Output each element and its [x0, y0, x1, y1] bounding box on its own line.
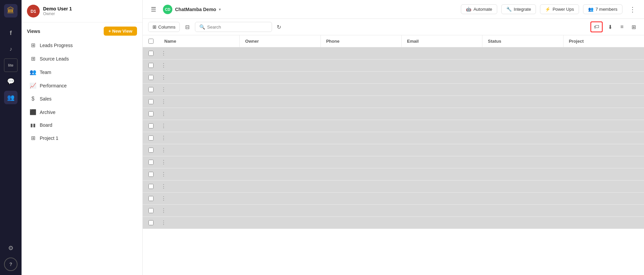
- sidebar-item-project-1[interactable]: ⊞ Project 1: [24, 131, 140, 145]
- row-menu-button[interactable]: ⋮: [159, 50, 168, 56]
- row-checkbox[interactable]: [148, 51, 154, 56]
- row-menu-button[interactable]: ⋮: [159, 195, 168, 202]
- row-cell-project: [565, 50, 644, 57]
- select-all-checkbox[interactable]: [148, 39, 154, 44]
- row-cell-email: [406, 99, 486, 105]
- sidebar-item-source-leads[interactable]: ⊞ Source Leads: [24, 52, 140, 65]
- row-checkbox[interactable]: [148, 220, 154, 225]
- sidebar-item-performance[interactable]: 📈 Performance: [24, 79, 140, 92]
- row-menu-button[interactable]: ⋮: [159, 135, 168, 141]
- row-cell-owner: [248, 123, 327, 129]
- row-checkbox[interactable]: [148, 172, 154, 177]
- row-cell-project: [565, 135, 644, 142]
- column-header-phone: Phone: [321, 35, 402, 47]
- facebook-icon[interactable]: f: [4, 26, 18, 40]
- whatsapp-icon[interactable]: 💬: [4, 75, 18, 88]
- row-cell-status: [485, 62, 565, 69]
- row-cell-status: [485, 220, 565, 226]
- sidebar-item-label: Archive: [40, 110, 56, 115]
- sidebar-item-archive[interactable]: ⬛ Archive: [24, 106, 140, 119]
- row-checkbox-cell: [143, 205, 159, 217]
- row-cell-email: [406, 111, 486, 117]
- download-button[interactable]: ⬇: [605, 22, 615, 32]
- columns-button[interactable]: ⊞ Columns: [148, 22, 180, 32]
- table-row: ⋮: [143, 132, 644, 144]
- row-cell-phone: [327, 62, 406, 69]
- filter-icon: ⊟: [185, 24, 190, 30]
- grid-view-button[interactable]: ⊞: [629, 22, 639, 32]
- row-cell-phone: [327, 50, 406, 57]
- row-cell-project: [565, 74, 644, 81]
- row-checkbox[interactable]: [148, 196, 154, 201]
- row-cell-status: [485, 159, 565, 166]
- row-checkbox[interactable]: [148, 63, 154, 68]
- row-menu-button[interactable]: ⋮: [159, 220, 168, 226]
- row-menu-button[interactable]: ⋮: [159, 159, 168, 165]
- help-icon[interactable]: ?: [4, 258, 18, 271]
- row-cell-email: [406, 74, 486, 81]
- row-menu-button[interactable]: ⋮: [159, 99, 168, 105]
- row-menu-button[interactable]: ⋮: [159, 123, 168, 129]
- row-checkbox[interactable]: [148, 160, 154, 165]
- row-menu-button[interactable]: ⋮: [159, 62, 168, 69]
- sidebar-item-label: Leads Progress: [40, 43, 73, 48]
- power-ups-button[interactable]: ⚡ Power Ups: [540, 4, 579, 14]
- row-cell-phone: [327, 111, 406, 117]
- sidebar-item-board[interactable]: ▮▮ Board: [24, 119, 140, 131]
- row-menu-button[interactable]: ⋮: [159, 74, 168, 81]
- row-menu-button[interactable]: ⋮: [159, 147, 168, 153]
- row-checkbox[interactable]: [148, 148, 154, 153]
- board-icon: ▮▮: [30, 122, 36, 128]
- row-cell-project: [565, 62, 644, 69]
- integrate-button[interactable]: 🔧 Integrate: [501, 4, 536, 14]
- refresh-button[interactable]: ↻: [275, 22, 283, 32]
- row-checkbox[interactable]: [148, 208, 154, 213]
- logo-icon[interactable]: 🏛: [4, 4, 18, 17]
- row-cell-owner: [248, 183, 327, 190]
- row-cell-status: [485, 147, 565, 154]
- row-checkbox[interactable]: [148, 75, 154, 80]
- sidebar-item-label: Team: [40, 70, 51, 75]
- table-row: ⋮: [143, 193, 644, 205]
- hamburger-button[interactable]: ☰: [148, 4, 159, 14]
- row-checkbox[interactable]: [148, 184, 154, 189]
- sidebar-item-team[interactable]: 👥 Team: [24, 66, 140, 79]
- automate-button[interactable]: 🤖 Automate: [461, 4, 497, 14]
- row-checkbox[interactable]: [148, 99, 154, 104]
- row-cell-phone: [327, 220, 406, 226]
- row-checkbox-cell: [143, 60, 159, 71]
- row-menu-button[interactable]: ⋮: [159, 111, 168, 117]
- row-checkbox[interactable]: [148, 135, 154, 141]
- column-header-name: Name: [159, 35, 240, 47]
- row-cell-project: [565, 99, 644, 105]
- highlighted-view-button[interactable]: 🏷: [590, 22, 603, 32]
- row-menu-button[interactable]: ⋮: [159, 207, 168, 214]
- workspace-selector[interactable]: CD ChatMamba Demo ▾: [163, 5, 221, 14]
- new-view-button[interactable]: + New View: [104, 27, 137, 36]
- row-checkbox[interactable]: [148, 87, 154, 92]
- row-cell-phone: [327, 159, 406, 166]
- list-view-button[interactable]: ≡: [618, 22, 626, 32]
- tiktok-icon[interactable]: ♪: [4, 42, 18, 56]
- row-cell-owner: [248, 135, 327, 142]
- search-input[interactable]: [207, 25, 268, 30]
- row-checkbox[interactable]: [148, 111, 154, 116]
- row-menu-button[interactable]: ⋮: [159, 171, 168, 178]
- members-button[interactable]: 👥 7 members: [583, 4, 622, 14]
- sidebar-item-leads-progress[interactable]: ⊞ Leads Progress: [24, 39, 140, 52]
- people-icon[interactable]: 👥: [4, 91, 18, 104]
- row-cell-status: [485, 123, 565, 129]
- filter-button[interactable]: ⊟: [182, 22, 192, 32]
- row-checkbox[interactable]: [148, 123, 154, 128]
- row-menu-button[interactable]: ⋮: [159, 183, 168, 190]
- row-cell-name: [168, 99, 248, 105]
- row-cell-phone: [327, 207, 406, 214]
- row-cell-status: [485, 135, 565, 142]
- settings-icon[interactable]: ⚙: [4, 241, 18, 255]
- workspace-name: ChatMamba Demo: [175, 7, 216, 12]
- more-options-button[interactable]: ⋮: [626, 4, 639, 15]
- row-menu-button[interactable]: ⋮: [159, 86, 168, 93]
- lite-icon[interactable]: lite: [4, 58, 18, 72]
- row-cell-email: [406, 171, 486, 178]
- sidebar-item-sales[interactable]: $ Sales: [24, 92, 140, 105]
